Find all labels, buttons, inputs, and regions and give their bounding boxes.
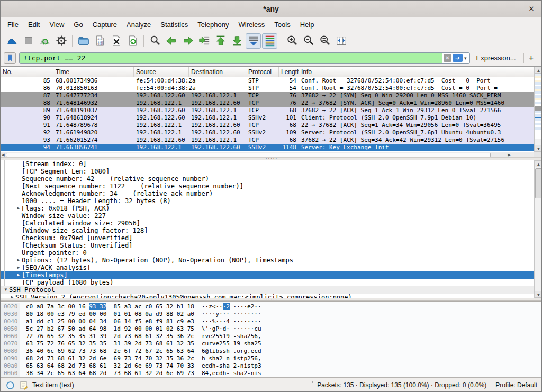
go-forward-button[interactable] <box>180 33 195 49</box>
detail-line[interactable]: [Window size scaling factor: 128] <box>1 227 534 234</box>
go-to-packet-button[interactable] <box>196 33 212 49</box>
packet-list-minimap[interactable] <box>535 74 542 145</box>
expert-info-icon[interactable] <box>6 381 15 390</box>
save-file-button[interactable]: 010111100110 <box>92 33 107 49</box>
detail-line[interactable]: [Checksum Status: Unverified] <box>1 242 534 249</box>
expression-button[interactable]: Expression... <box>473 54 519 62</box>
detail-line[interactable]: [Next sequence number: 1122 (relative se… <box>1 183 534 190</box>
column-header-time[interactable]: Time <box>53 67 134 77</box>
hex-row-0040[interactable]: 0040a1 dd c1 25 00 00 04 34 06 14 f5 e8 … <box>1 318 542 325</box>
start-capture-button[interactable] <box>4 33 20 49</box>
detail-line[interactable]: TCP payload (1080 bytes) <box>1 279 534 286</box>
column-header-no[interactable]: No. <box>1 67 53 77</box>
hex-row-00a0[interactable]: 00a065 63 64 68 2d 73 68 61 32 2d 6e 69 … <box>1 362 542 370</box>
hscroll-thumb[interactable] <box>6 153 491 157</box>
filter-clear-button[interactable]: ✕ <box>444 54 451 62</box>
packet-row-92[interactable]: 9271.661949820192.168.122.1192.168.122.6… <box>1 129 534 136</box>
detail-line[interactable]: [Stream index: 0] <box>1 160 534 168</box>
column-header-destination[interactable]: Destination <box>189 67 246 77</box>
packet-row-93[interactable]: 9371.662015274192.168.122.60192.168.122.… <box>1 136 534 144</box>
open-file-button[interactable] <box>76 33 91 49</box>
detail-line[interactable]: Acknowledgment number: 34 (relative ack … <box>1 190 534 197</box>
expander-icon[interactable]: ▼ <box>3 286 9 294</box>
detail-line[interactable]: ▶Flags: 0x018 (PSH, ACK) <box>1 205 534 212</box>
packet-row-87[interactable]: 8771.647777234192.168.122.60192.168.122.… <box>1 92 534 99</box>
capture-comment-icon[interactable] <box>19 381 28 390</box>
auto-scroll-button[interactable] <box>246 33 261 49</box>
zoom-reset-button[interactable] <box>317 33 332 49</box>
go-first-packet-button[interactable] <box>213 33 228 49</box>
packet-row-89[interactable]: 8971.648191037192.168.122.60192.168.122.… <box>1 107 534 114</box>
hex-row-00b0[interactable]: 00b038 34 2c 65 63 64 68 2d 73 68 61 32 … <box>1 370 542 377</box>
scroll-up-icon[interactable]: ▲ <box>535 67 542 74</box>
menu-view[interactable]: View <box>44 19 69 31</box>
packet-list-vscrollbar[interactable]: ▲ ▼ <box>534 67 542 152</box>
filter-bookmark-button[interactable] <box>4 52 16 64</box>
expander-icon[interactable]: ▶ <box>9 294 15 298</box>
filter-add-button[interactable]: + <box>523 53 538 63</box>
column-header-source[interactable]: Source <box>134 67 189 77</box>
packet-row-85[interactable]: 8568.001734936fe:54:00:d4:38:2aSTP54Conf… <box>1 77 534 85</box>
detail-line[interactable]: Urgent pointer: 0 <box>1 249 534 257</box>
column-header-length[interactable]: Length <box>279 67 299 77</box>
packet-row-91[interactable]: 9171.648789678192.168.122.1192.168.122.6… <box>1 122 534 129</box>
filter-apply-button[interactable]: ➔ <box>453 54 463 62</box>
packet-row-86[interactable]: 8670.013850163fe:54:00:d4:38:2aSTP54Conf… <box>1 85 534 92</box>
detail-line[interactable]: ▶[Timestamps] <box>1 271 534 279</box>
packet-row-88[interactable]: 8871.648146932192.168.122.1192.168.122.6… <box>1 99 534 107</box>
capture-options-button[interactable] <box>53 33 69 49</box>
detail-line[interactable]: Checksum: 0x79ed [unverified] <box>1 234 534 242</box>
packet-row-90[interactable]: 9071.648618924192.168.122.60192.168.122.… <box>1 114 534 122</box>
scroll-up-icon[interactable]: ▲ <box>535 160 542 167</box>
expander-icon[interactable]: ▶ <box>15 271 22 279</box>
hex-row-0080[interactable]: 008036 40 6c 69 62 73 73 68 2e 6f 72 67 … <box>1 348 542 355</box>
colorize-packets-button[interactable] <box>262 33 277 49</box>
detail-line[interactable]: ▶[SEQ/ACK analysis] <box>1 264 534 271</box>
detail-line[interactable]: 1000 .... = Header Length: 32 bytes (8) <box>1 197 534 205</box>
profile-status[interactable]: Profile: Default <box>495 381 537 389</box>
packet-row-94[interactable]: 9471.663856741192.168.122.1192.168.122.6… <box>1 144 534 151</box>
zoom-out-button[interactable] <box>301 33 316 49</box>
restart-capture-button[interactable] <box>37 33 52 49</box>
detail-line[interactable]: Sequence number: 42 (relative sequence n… <box>1 175 534 183</box>
zoom-in-button[interactable] <box>284 33 300 49</box>
column-header-info[interactable]: Info <box>299 67 534 77</box>
hex-row-0050[interactable]: 00505c 27 b2 67 50 ad 64 98 1d 92 00 00 … <box>1 325 542 333</box>
menu-analyze[interactable]: Analyze <box>122 19 156 31</box>
menu-wireless[interactable]: Wireless <box>234 19 270 31</box>
hex-row-0090[interactable]: 009068 2d 73 68 61 32 2d 6e 69 73 74 70 … <box>1 355 542 362</box>
expander-icon[interactable]: ▶ <box>15 264 22 271</box>
menu-statistics[interactable]: Statistics <box>156 19 193 31</box>
scroll-down-icon[interactable]: ▼ <box>535 145 542 152</box>
hex-row-0070[interactable]: 007063 75 72 76 65 32 35 35 31 39 2d 73 … <box>1 340 542 348</box>
detail-line[interactable]: [Calculated window size: 29056] <box>1 220 534 227</box>
column-header-protocol[interactable]: Protocol <box>246 67 279 77</box>
scroll-down-icon[interactable]: ▼ <box>535 291 542 298</box>
details-scroll-thumb[interactable] <box>535 168 542 198</box>
go-last-packet-button[interactable] <box>229 33 245 49</box>
filter-history-caret-icon[interactable]: ▾ <box>463 56 469 61</box>
detail-line[interactable]: [TCP Segment Len: 1080] <box>1 168 534 175</box>
details-vscrollbar[interactable]: ▲ ▼ <box>534 160 542 298</box>
find-packet-button[interactable] <box>147 33 162 49</box>
menu-file[interactable]: File <box>3 19 23 31</box>
detail-line[interactable]: ▼SSH Protocol <box>1 286 534 294</box>
close-file-button[interactable] <box>109 33 124 49</box>
detail-line[interactable]: Window size value: 227 <box>1 212 534 220</box>
hex-row-0030[interactable]: 003080 18 00 e3 79 ed 00 00 01 01 08 0a … <box>1 311 542 318</box>
detail-line[interactable]: ▶Options: (12 bytes), No-Operation (NOP)… <box>1 257 534 264</box>
hex-row-0020[interactable]: 0020c0 a8 7a 3c 00 16 93 32 85 a3 ac c0 … <box>1 303 542 311</box>
go-back-button[interactable] <box>164 33 179 49</box>
menu-go[interactable]: Go <box>69 19 87 31</box>
menu-telephony[interactable]: Telephony <box>193 19 233 31</box>
expander-icon[interactable]: ▶ <box>15 205 22 212</box>
stop-capture-button[interactable] <box>21 33 36 49</box>
expander-icon[interactable]: ▶ <box>15 257 22 264</box>
resize-columns-button[interactable] <box>333 33 349 49</box>
hex-row-0060[interactable]: 006072 76 65 32 35 35 31 39 2d 73 68 61 … <box>1 333 542 340</box>
menu-help[interactable]: Help <box>295 19 319 31</box>
menu-capture[interactable]: Capture <box>88 19 122 31</box>
reload-file-button[interactable] <box>125 33 140 49</box>
menu-edit[interactable]: Edit <box>23 19 44 31</box>
menu-tools[interactable]: Tools <box>269 19 295 31</box>
